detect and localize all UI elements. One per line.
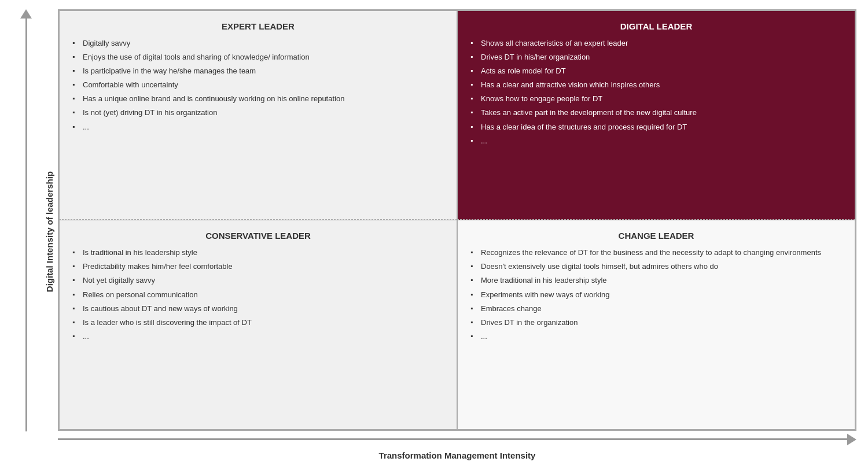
list-item: Recognizes the relevance of DT for the b…	[470, 248, 842, 258]
list-item: Comfortable with uncertainty	[72, 80, 444, 90]
list-item: Has a clear idea of the structures and p…	[470, 122, 842, 132]
conservative-leader-quadrant: CONSERVATIVE LEADER Is traditional in hi…	[59, 220, 457, 430]
list-item: Takes an active part in the development …	[470, 108, 842, 118]
expert-leader-list: Digitally savvyEnjoys the use of digital…	[72, 38, 444, 132]
change-leader-title: CHANGE LEADER	[470, 231, 842, 241]
x-axis-arrow	[847, 434, 856, 445]
x-axis-label: Transformation Management Intensity	[58, 450, 856, 460]
list-item: ...	[72, 122, 444, 132]
list-item: Drives DT in his/her organization	[470, 52, 842, 62]
list-item: Experiments with new ways of working	[470, 290, 842, 300]
list-item: Enjoys the use of digital tools and shar…	[72, 52, 444, 62]
y-axis-arrow	[20, 9, 32, 19]
quadrant-grid: EXPERT LEADER Digitally savvyEnjoys the …	[58, 9, 856, 431]
list-item: Doesn't extensively use digital tools hi…	[470, 261, 842, 272]
list-item: Predictability makes him/her feel comfor…	[72, 261, 444, 272]
list-item: Relies on personal communication	[72, 290, 444, 300]
list-item: Is cautious about DT and new ways of wor…	[72, 304, 444, 314]
list-item: ...	[470, 331, 842, 342]
digital-leader-quadrant: DIGITAL LEADER Shows all characteristics…	[457, 10, 855, 220]
list-item: Knows how to engage people for DT	[470, 94, 842, 104]
main-container: Digital Intensity of leadership EXPERT L…	[12, 9, 856, 460]
conservative-leader-list: Is traditional in his leadership stylePr…	[72, 248, 444, 342]
list-item: Embraces change	[470, 304, 842, 314]
list-item: Is a leader who is still discovering the…	[72, 317, 444, 328]
digital-leader-title: DIGITAL LEADER	[470, 21, 842, 31]
y-axis-container	[12, 9, 41, 460]
list-item: Digitally savvy	[72, 38, 444, 49]
conservative-leader-title: CONSERVATIVE LEADER	[72, 231, 444, 241]
list-item: Drives DT in the organization	[470, 317, 842, 328]
chart-area: Digital Intensity of leadership EXPERT L…	[12, 9, 856, 460]
list-item: Has a clear and attractive vision which …	[470, 80, 842, 90]
list-item: Acts as role model for DT	[470, 66, 842, 76]
expert-leader-quadrant: EXPERT LEADER Digitally savvyEnjoys the …	[59, 10, 457, 220]
y-axis-line	[25, 19, 27, 431]
list-item: Has a unique online brand and is continu…	[72, 94, 444, 104]
x-axis-wrapper: Transformation Management Intensity	[58, 431, 856, 460]
list-item: Is traditional in his leadership style	[72, 248, 444, 258]
list-item: Is participative in the way he/she manag…	[72, 66, 444, 76]
list-item: More traditional in his leadership style	[470, 275, 842, 286]
change-leader-list: Recognizes the relevance of DT for the b…	[470, 248, 842, 342]
y-axis-label: Digital Intensity of leadership	[41, 148, 58, 292]
change-leader-quadrant: CHANGE LEADER Recognizes the relevance o…	[457, 220, 855, 430]
x-axis-container	[58, 431, 856, 448]
list-item: Not yet digitally savvy	[72, 275, 444, 286]
x-axis-line	[58, 438, 847, 440]
digital-leader-list: Shows all characteristics of an expert l…	[470, 38, 842, 147]
list-item: ...	[72, 331, 444, 342]
list-item: Is not (yet) driving DT in his organizat…	[72, 108, 444, 118]
grid-and-xaxis: EXPERT LEADER Digitally savvyEnjoys the …	[58, 9, 856, 460]
list-item: ...	[470, 136, 842, 146]
expert-leader-title: EXPERT LEADER	[72, 21, 444, 31]
list-item: Shows all characteristics of an expert l…	[470, 38, 842, 49]
